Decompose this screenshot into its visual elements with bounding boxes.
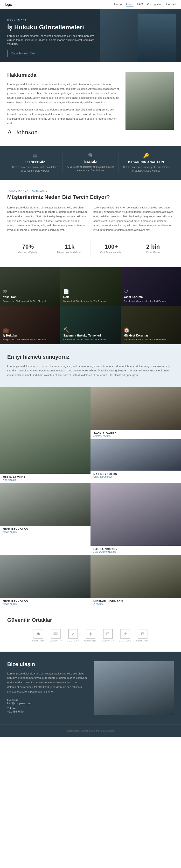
- feature-success: 🔑 BAŞARININ ANAHTARI At vero eos et accu…: [119, 153, 174, 173]
- card-1-icon: ⚖: [3, 289, 57, 294]
- nick-info: NICK REYNOLDS Çevre Hukuku: [0, 526, 90, 535]
- feature-principle: 🏛 İLKEMİZ At vero eos et accusam et just…: [63, 153, 118, 173]
- team-member-celia: CELIA ALMEDA Aile Hukuku: [0, 387, 90, 483]
- card-6-sample: Sample text. Click to select the Text El…: [124, 338, 178, 341]
- logo: logo: [5, 2, 12, 7]
- card-2-icon: 📄: [63, 289, 118, 294]
- feature-success-title: BAŞARININ ANAHTARI: [122, 160, 170, 164]
- card-4-title: İş Hukuku: [3, 334, 57, 337]
- partners-logos: ⊕ COMPANY 📖 COMPANY ✓ COMPANY ◎ COMPANY …: [7, 629, 174, 642]
- card-3-sample: Sample text. Click to select the Text El…: [124, 300, 178, 303]
- feature-principle-title: İLKEMİZ: [67, 160, 114, 164]
- laura-name: LAURA NGUYEN: [94, 548, 178, 551]
- partner-4-icon: ◎: [86, 629, 95, 639]
- card-5-icon: 🔨: [63, 327, 118, 333]
- stat-awards-num: 100+: [93, 243, 130, 250]
- team-member-nick2: NICK REYNOLDS Çevre Hukuku: [0, 555, 90, 607]
- team-center-laura: LAURA NGUYEN Fikri Mülkiyet Hukuku: [90, 483, 181, 555]
- hero-content: HAKKIMIZDA İş Hukuku Güncellemeleri Lore…: [0, 9, 109, 62]
- hero-person-image: [137, 14, 176, 62]
- stat-referrals: 11k Müşteri Yönlendirilmesi: [49, 240, 91, 257]
- partner-6-label: COMPANY: [119, 640, 131, 642]
- team-member-michael: MICHAEL JOHNSON İş Hukuku: [90, 555, 181, 607]
- jack-name: JACK ALVAREZ: [94, 432, 178, 435]
- card-2-title: Dört: [63, 296, 118, 299]
- partner-5-label: COMPANY: [102, 640, 114, 642]
- nick2-photo: [0, 555, 90, 598]
- card-4-icon: 💼: [3, 327, 57, 333]
- why-title: Müşterilerimiz Neden Bizi Tercih Ediyor?: [7, 194, 174, 200]
- laura-info: LAURA NGUYEN Fikri Mülkiyet Hukuku: [90, 546, 181, 555]
- hero-image-overlay: [100, 9, 181, 62]
- card-6-title: Mülkiyet Korumas: [124, 334, 178, 337]
- contact-layout: Bize ulaşın Lorem ipsum dolor sit amet, …: [7, 661, 174, 715]
- feature-philosophy-text: At vero eos et accusam et justo duo dolo…: [11, 165, 59, 173]
- nat-info: NAT REYNOLDS Ceza Savunması: [90, 471, 181, 480]
- card-3-icon: 🛡: [124, 289, 178, 294]
- team-row-1: CELIA ALMEDA Aile Hukuku JACK ALVAREZ Şi…: [0, 387, 181, 483]
- feature-philosophy-title: FELSEFEMİZ: [11, 160, 59, 164]
- stat-examples-label: Örnek Başlık: [134, 251, 172, 254]
- about-title: Hakkımızda: [7, 72, 120, 78]
- about-text-2: At vero eos et accusam et justo duo dolo…: [7, 107, 120, 125]
- card-5: 🔨 Savunma Hukuku Temelleri Sample text. …: [60, 306, 121, 344]
- hero-cta-button[interactable]: Daha Fazlasını Oku: [7, 50, 39, 57]
- nick2-info: NICK REYNOLDS Çevre Hukuku: [0, 598, 90, 607]
- michael-role: İş Hukuku: [94, 603, 178, 606]
- service-section: En iyi hizmeti sunuyoruz Lorem ipsum dol…: [0, 344, 181, 387]
- michael-name: MICHAEL JOHNSON: [94, 600, 178, 603]
- card-5-sample: Sample text. Click to select the Text El…: [63, 338, 118, 341]
- stats-row: 70% Memnun Müşteriler 11k Müşteri Yönlen…: [7, 240, 174, 257]
- team-row-2: NICK REYNOLDS Çevre Hukuku LAURA NGUYEN …: [0, 483, 181, 555]
- cards-grid: ⚖ Yasal Dan. Sample text. Click to selec…: [0, 267, 181, 344]
- nat-name: NAT REYNOLDS: [94, 472, 178, 475]
- partner-1: ⊕ COMPANY: [32, 629, 45, 642]
- partner-7: ⊟ COMPANY: [136, 629, 149, 642]
- card-2: 📄 Dört Sample text. Click to select the …: [60, 267, 121, 306]
- nav-pricing[interactable]: Pricing Plan: [147, 3, 162, 6]
- about-section: Hakkımızda Lorem ipsum dolor sit amet, c…: [0, 62, 181, 146]
- nav-about[interactable]: About: [126, 3, 133, 6]
- hero-tag: HAKKIMIZDA: [7, 19, 101, 22]
- nav-faq[interactable]: FAQ: [137, 3, 143, 6]
- contact-phone-block: Telefon: +21.456.7890: [7, 707, 87, 713]
- nav-contact[interactable]: Contact: [166, 3, 176, 6]
- nat-role: Ceza Savunması: [94, 475, 178, 478]
- celia-name: CELIA ALMEDA: [3, 476, 87, 478]
- nav-home[interactable]: Home: [114, 3, 122, 6]
- contact-email-value: info@company.com: [7, 702, 87, 705]
- partner-3-icon: ✓: [68, 629, 78, 639]
- service-title: En iyi hizmeti sunuyoruz: [7, 354, 174, 360]
- contact-description: Lorem ipsum dolor sit amet, consetetur s…: [7, 671, 87, 694]
- stat-happy-num: 70%: [9, 243, 47, 250]
- partner-7-icon: ⊟: [138, 629, 148, 639]
- partner-1-icon: ⊕: [33, 629, 43, 639]
- partner-1-label: COMPANY: [32, 640, 45, 642]
- contact-left: Bize ulaşın Lorem ipsum dolor sit amet, …: [7, 661, 87, 715]
- feature-success-text: At vero eos et accusam et justo duo dolo…: [122, 165, 170, 173]
- team-row-3: NICK REYNOLDS Çevre Hukuku MICHAEL JOHNS…: [0, 555, 181, 607]
- partners-section: Güvenilir Ortaklar ⊕ COMPANY 📖 COMPANY ✓…: [0, 607, 181, 652]
- partner-3-label: COMPANY: [67, 640, 79, 642]
- about-image: [126, 72, 174, 130]
- celia-role: Aile Hukuku: [3, 478, 87, 481]
- stat-happy-label: Memnun Müşteriler: [9, 251, 47, 254]
- celia-info: CELIA ALMEDA Aile Hukuku: [0, 474, 90, 483]
- feature-principle-text: At vero eos et accusam et justo duo dolo…: [67, 165, 114, 172]
- partner-4: ◎ COMPANY: [84, 629, 97, 642]
- nick2-role: Çevre Hukuku: [3, 603, 87, 606]
- partner-3: ✓ COMPANY: [67, 629, 79, 642]
- contact-image: [94, 661, 174, 715]
- why-columns: Lorem ipsum dolor sit amet, consetetur s…: [7, 205, 174, 232]
- contact-phone-value: +21.456.7890: [7, 710, 87, 713]
- team-right-stack-1: JACK ALVAREZ Şirketler Hukuku NAT REYNOL…: [90, 387, 181, 483]
- card-2-sample: Sample text. Click to select the Text El…: [63, 300, 118, 303]
- footer: Sample text. Click to select the Text El…: [0, 724, 181, 737]
- why-col-2: Lorem ipsum dolor sit amet, consetetur s…: [94, 205, 174, 232]
- stat-happy: 70% Memnun Müşteriler: [7, 240, 49, 257]
- jack-role: Şirketler Hukuku: [94, 435, 178, 437]
- jack-info: JACK ALVAREZ Şirketler Hukuku: [90, 430, 181, 439]
- partner-2-label: COMPANY: [50, 640, 62, 642]
- partner-6: ⚡ COMPANY: [119, 629, 131, 642]
- nat-photo: [90, 439, 181, 471]
